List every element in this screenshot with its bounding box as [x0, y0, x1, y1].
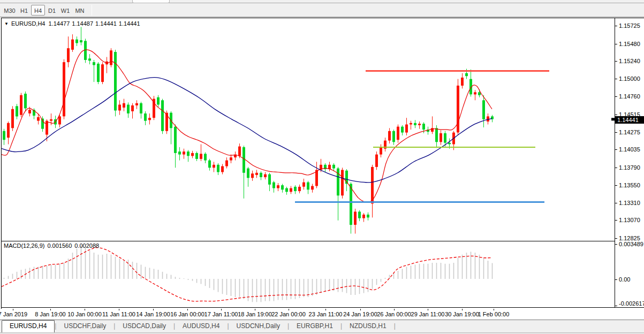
current-price-tag: 1.14441	[615, 116, 644, 124]
time-axis-label: 24 Jan 19:00	[343, 311, 377, 317]
macd-axis-label: -0.002617	[619, 300, 644, 307]
time-axis-label: 29 Jan 11:00	[411, 311, 445, 317]
time-axis-tick	[462, 309, 463, 310]
ohlc-high: 1.14487	[72, 20, 93, 27]
timeframe-button-w1[interactable]: W1	[59, 5, 72, 16]
chart-tab-usdchf-daily[interactable]: USDCHF,Daily	[56, 321, 113, 332]
macd-bottom-border	[2, 307, 644, 308]
price-axis-tick	[615, 61, 617, 62]
time-axis-label: 11 Jan 11:00	[102, 311, 135, 317]
timeframe-button-m30[interactable]: M30	[2, 5, 17, 16]
time-axis-label: 30 Jan 19:00	[445, 311, 479, 317]
chart-tab-bar: EURUSD,H4|USDCHF,Daily|USDCAD,Daily|AUDU…	[0, 320, 644, 332]
chart-tab-eurgbp-h1[interactable]: EURGBP,H1	[289, 321, 340, 332]
ma-slow-line	[2, 78, 492, 183]
macd-name: MACD(12,26,9)	[4, 242, 44, 249]
timeframe-button-h1[interactable]: H1	[18, 5, 30, 16]
time-axis-label: 23 Jan 11:00	[309, 311, 343, 317]
price-axis-tick	[615, 132, 617, 133]
time-axis-label: 14 Jan 19:00	[136, 311, 170, 317]
tab-separator: |	[394, 321, 396, 332]
time-axis-tick	[187, 309, 188, 310]
time-axis-tick	[394, 309, 395, 310]
price-axis-tick	[615, 96, 617, 97]
time-axis-tick	[50, 309, 51, 310]
price-axis-label: 1.15240	[619, 58, 640, 64]
macd-panel[interactable]	[2, 241, 615, 307]
mt4-window: M30H1H4D1W1MN ▼EURUSD,H41.144771.144871.…	[0, 0, 644, 334]
chart-dropdown-arrow-icon: ▼	[4, 21, 9, 26]
chart-window: ▼EURUSD,H41.144771.144871.144411.14441 M…	[1, 18, 644, 309]
macd-signal-line	[2, 248, 491, 301]
price-axis-label: 1.14275	[619, 129, 640, 135]
time-axis-label: 26 Jan 00:00	[377, 311, 411, 317]
time-axis-tick	[494, 309, 494, 310]
price-axis-tick	[615, 44, 617, 44]
chart-tab-nzdusd-h1[interactable]: NZDUSD,H1	[342, 321, 394, 332]
chart-title: ▼EURUSD,H41.144771.144871.144411.14441	[4, 20, 140, 27]
chart-tab-usdcad-daily[interactable]: USDCAD,Daily	[115, 321, 173, 332]
price-axis-tick	[615, 220, 617, 221]
macd-indicator-label: MACD(12,26,9)0.0015600.002088	[4, 242, 102, 249]
price-axis-label: 1.13070	[619, 217, 640, 223]
macd-axis-label: 0.003489	[619, 241, 643, 247]
chart-tab-audusd-h4[interactable]: AUDUSD,H4	[175, 321, 227, 332]
price-axis-label: 1.13790	[619, 164, 640, 171]
macd-axis-tick	[615, 244, 617, 245]
price-axis-tick	[615, 149, 617, 150]
macd-axis-tick	[615, 279, 617, 280]
chart-tab-usdcnh-daily[interactable]: USDCNH,Daily	[229, 321, 287, 332]
price-axis-tick	[615, 203, 617, 203]
macd-axis-tick	[615, 306, 617, 306]
time-axis-label: 18 Jan 19:00	[238, 311, 272, 317]
time-axis-label: 7 Jan 2019	[0, 311, 27, 317]
time-axis-label: 16 Jan 00:00	[170, 311, 204, 317]
price-axis-label: 1.14760	[619, 93, 640, 100]
timeframe-toolbar: M30H1H4D1W1MN	[0, 4, 644, 17]
time-axis-tick	[221, 309, 222, 310]
upper-toolbar-remnant	[0, 0, 644, 3]
ohlc-close: 1.14441	[119, 20, 140, 27]
time-axis-label: 1 Feb 00:00	[478, 311, 510, 317]
price-axis-label: 1.15725	[619, 22, 640, 29]
time-axis-tick	[255, 309, 255, 310]
chart-tab-eurusd-h4[interactable]: EURUSD,H4	[2, 320, 55, 332]
time-axis-label: 22 Jan 00:00	[271, 311, 306, 317]
timeframe-button-d1[interactable]: D1	[46, 5, 58, 16]
macd-axis-label: 0.00	[619, 276, 630, 283]
time-axis-label: 8 Jan 19:00	[35, 311, 66, 317]
price-axis-tick	[615, 185, 617, 186]
price-axis-tick	[615, 115, 617, 115]
price-axis[interactable]: 1.157251.154801.152401.150001.147601.145…	[615, 18, 644, 307]
time-axis-tick	[428, 309, 428, 310]
time-axis-tick	[153, 309, 154, 310]
main-chart-area[interactable]	[2, 18, 615, 241]
time-axis-label: 10 Jan 00:00	[67, 311, 102, 317]
time-axis-tick	[289, 309, 289, 310]
time-axis-tick	[360, 309, 361, 310]
price-axis-tick	[615, 79, 617, 79]
timeframe-button-h4[interactable]: H4	[31, 5, 45, 16]
price-axis-tick	[615, 168, 617, 168]
timeframe-button-mn[interactable]: MN	[73, 5, 87, 16]
time-axis-tick	[119, 309, 119, 310]
time-axis-tick	[13, 309, 13, 310]
time-axis-label: 17 Jan 11:00	[204, 311, 238, 317]
price-axis-label: 1.13310	[619, 200, 640, 206]
chart-symbol-label: EURUSD,H4	[11, 20, 46, 27]
ohlc-low: 1.14441	[95, 20, 117, 27]
macd-histogram	[4, 246, 493, 302]
time-axis-tick	[85, 309, 85, 310]
ma-fast-line	[2, 50, 492, 202]
price-axis-label: 1.15000	[619, 75, 640, 82]
ohlc-open: 1.14477	[49, 20, 70, 27]
time-axis-tick	[325, 309, 326, 310]
price-axis-tick	[615, 26, 617, 26]
macd-signal-value: 0.002088	[74, 242, 99, 249]
price-axis-label: 1.15480	[619, 41, 640, 47]
price-axis-label: 1.14035	[619, 146, 640, 153]
price-axis-label: 1.13550	[619, 182, 640, 188]
time-axis[interactable]: 7 Jan 20198 Jan 19:0010 Jan 00:0011 Jan …	[0, 309, 644, 320]
price-axis-tick	[615, 238, 617, 239]
macd-value: 0.001560	[47, 242, 72, 249]
